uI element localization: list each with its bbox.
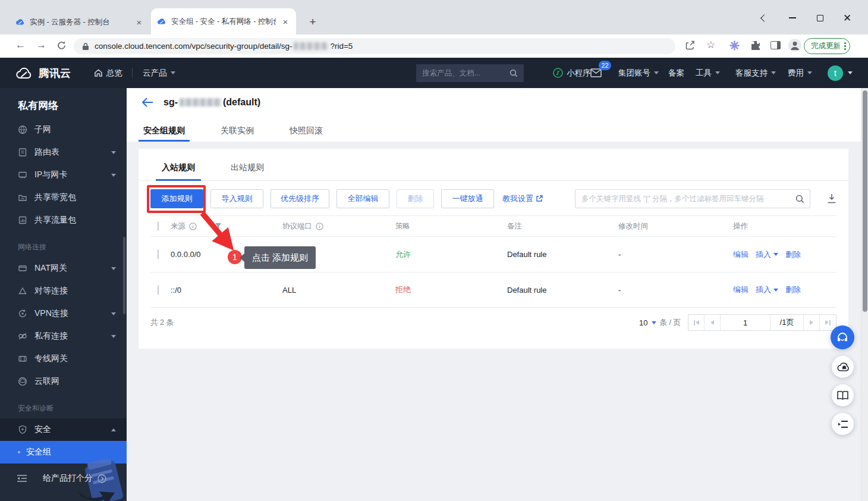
external-link-icon	[536, 195, 543, 202]
insert-link[interactable]: 插入	[756, 249, 778, 260]
share-icon[interactable]	[685, 40, 696, 51]
edit-link[interactable]: 编辑	[733, 249, 749, 260]
tab-inbound-rules[interactable]: 入站规则	[156, 162, 201, 180]
prev-page-button[interactable]	[705, 315, 721, 330]
insert-link[interactable]: 插入	[756, 284, 778, 295]
row-checkbox[interactable]	[158, 249, 159, 259]
collapse-sidebar-icon[interactable]	[17, 474, 27, 483]
search-icon[interactable]	[795, 195, 804, 203]
tencent-cloud-logo[interactable]: 腾讯云	[15, 58, 71, 88]
nav-products-menu[interactable]: 云产品	[143, 58, 175, 88]
page-scrollbar-thumb[interactable]	[863, 90, 867, 312]
browser-back-icon[interactable]: ←	[15, 39, 26, 51]
sidebar-item-ip-nic[interactable]: IP与网卡	[0, 164, 127, 186]
tab-title: 安全组 - 安全 - 私有网络 - 控制台	[171, 17, 276, 27]
tab-close-icon[interactable]: ×	[134, 17, 144, 27]
page-number-input[interactable]	[721, 315, 770, 330]
total-count: 共 2 条	[150, 318, 174, 328]
side-panel-icon[interactable]	[770, 41, 781, 49]
browser-menu-dots-icon[interactable]	[844, 41, 846, 51]
chevron-down-icon	[111, 151, 116, 154]
delete-link[interactable]: 删除	[785, 249, 801, 260]
browser-update-button[interactable]: 完成更新	[804, 38, 850, 54]
back-arrow-icon[interactable]	[141, 97, 153, 108]
rate-product-link[interactable]: 给产品打个分	[43, 473, 93, 484]
nav-icp-filing[interactable]: 备案	[668, 58, 684, 88]
tab-outbound-rules[interactable]: 出站规则	[225, 162, 270, 180]
browser-tab-active[interactable]: 安全组 - 安全 - 私有网络 - 控制台 ×	[151, 8, 296, 35]
sidebar-item-subnet[interactable]: 子网	[0, 118, 127, 141]
info-icon[interactable]	[316, 223, 323, 230]
info-icon[interactable]	[189, 223, 197, 230]
browser-reload-icon[interactable]	[56, 40, 67, 51]
edit-link[interactable]: 编辑	[733, 284, 749, 295]
browser-forward-icon[interactable]: →	[36, 39, 46, 51]
nav-account-avatar[interactable]: t	[828, 58, 853, 88]
window-minimize-icon[interactable]	[785, 11, 800, 25]
table-row: ::/0 ALL 拒绝 Default rule - 编辑 插入 删除	[150, 273, 836, 308]
window-close-icon[interactable]: ✕	[839, 11, 855, 25]
select-all-checkbox[interactable]	[158, 221, 159, 231]
filter-funnel-icon[interactable]	[215, 223, 222, 230]
rules-search-input[interactable]	[575, 195, 795, 203]
teach-me-link[interactable]: 教我设置	[502, 193, 543, 204]
sidebar-scrollbar-thumb[interactable]	[123, 237, 125, 314]
nav-group-account-menu[interactable]: 集团账号	[618, 58, 659, 88]
per-page-select[interactable]: 10 条 / 页	[639, 318, 681, 328]
download-icon[interactable]	[827, 193, 836, 203]
subnet-globe-icon	[18, 125, 27, 134]
nav-support-menu[interactable]: 客服支持	[735, 58, 776, 88]
sidebar-item-traffic-package[interactable]: 共享流量包	[0, 209, 127, 231]
search-icon[interactable]	[510, 69, 518, 77]
sidebar-footer: 给产品打个分	[0, 465, 127, 491]
nav-tools-menu[interactable]: 工具	[696, 58, 720, 88]
row-checkbox[interactable]	[158, 285, 159, 295]
sidebar-item-nat-gateway[interactable]: NAT网关	[0, 257, 127, 280]
tab-title: 实例 - 云服务器 - 控制台	[30, 17, 130, 27]
vpn-icon	[18, 309, 27, 318]
browser-profile-avatar[interactable]	[788, 39, 801, 52]
nav-search-input[interactable]	[422, 69, 510, 77]
sidebar-item-ccn[interactable]: 云联网	[0, 370, 127, 393]
add-rule-button[interactable]: 添加规则	[150, 189, 203, 208]
nav-billing-menu[interactable]: 费用	[788, 58, 812, 88]
next-page-button[interactable]	[804, 315, 820, 330]
edit-all-button[interactable]: 全部编辑	[336, 189, 389, 208]
nav-search-box[interactable]	[416, 64, 524, 82]
first-page-button[interactable]	[688, 315, 705, 330]
sidebar-item-direct-gateway[interactable]: 专线网关	[0, 347, 127, 370]
survey-fab[interactable]	[832, 413, 854, 435]
delete-button[interactable]: 删除	[397, 189, 434, 208]
rules-search-box[interactable]	[575, 189, 810, 208]
extension-gear-icon[interactable]	[729, 40, 740, 51]
extensions-puzzle-icon[interactable]	[750, 40, 761, 51]
customer-service-fab[interactable]	[831, 325, 854, 349]
open-all-button[interactable]: 一键放通	[441, 189, 494, 208]
sidebar-item-private-link[interactable]: 私有连接	[0, 325, 127, 347]
window-maximize-icon[interactable]	[812, 11, 828, 25]
sidebar-item-bandwidth-package[interactable]: 共享带宽包	[0, 186, 127, 209]
tab-associated-instances[interactable]: 关联实例	[216, 121, 259, 142]
documentation-fab[interactable]	[832, 384, 854, 406]
nav-miniprogram[interactable]: 小程序	[553, 58, 591, 88]
nav-overview[interactable]: 总览	[94, 58, 122, 88]
browser-tab-inactive[interactable]: 实例 - 云服务器 - 控制台 ×	[11, 13, 149, 31]
sidebar-item-vpn[interactable]: VPN连接	[0, 302, 127, 325]
delete-link[interactable]: 删除	[785, 284, 801, 295]
sidebar-item-peering[interactable]: 对等连接	[0, 280, 127, 302]
tab-security-group-rules[interactable]: 安全组规则	[139, 121, 190, 142]
bookmark-star-icon[interactable]: ☆	[706, 39, 715, 51]
last-page-button[interactable]	[820, 315, 836, 330]
notifications-fab[interactable]	[832, 356, 854, 378]
sidebar-item-route-table[interactable]: 路由表	[0, 141, 127, 164]
tab-snapshot-rollback[interactable]: 快照回滚	[285, 121, 328, 142]
tab-close-icon[interactable]: ×	[281, 17, 290, 27]
new-tab-button[interactable]: +	[306, 15, 320, 30]
import-rules-button[interactable]: 导入规则	[210, 189, 263, 208]
sidebar-item-security[interactable]: 安全	[0, 418, 127, 441]
address-bar[interactable]: console.cloud.tencent.com/vpc/security-g…	[74, 38, 675, 54]
priority-sort-button[interactable]: 优先级排序	[271, 189, 329, 208]
page-scrollbar[interactable]	[861, 88, 868, 501]
window-menu-chevron-icon[interactable]	[756, 11, 772, 25]
chevron-up-icon	[111, 428, 116, 431]
